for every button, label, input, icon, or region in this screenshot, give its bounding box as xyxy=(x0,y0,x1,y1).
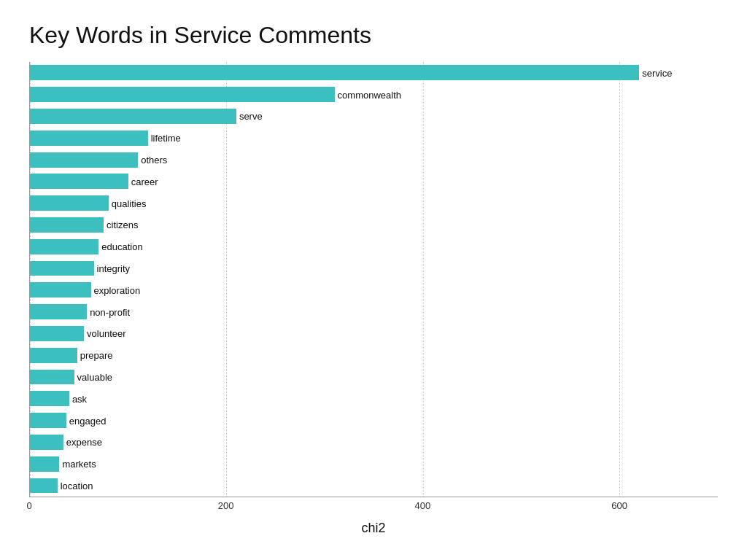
bar-label-career: career xyxy=(131,176,158,187)
bar-label-valuable: valuable xyxy=(77,372,112,383)
bar-label-engaged: engaged xyxy=(69,415,107,426)
x-axis-label: chi2 xyxy=(29,521,718,536)
bar-row: location xyxy=(30,475,718,497)
bar-row: citizens xyxy=(30,214,718,236)
bar-service: service xyxy=(30,65,639,80)
chart-container: servicecommonwealthservelifetimeothersca… xyxy=(29,62,718,536)
bar-label-expense: expense xyxy=(66,437,102,448)
bar-valuable: valuable xyxy=(30,370,74,385)
bar-row: engaged xyxy=(30,410,718,432)
bar-row: qualities xyxy=(30,192,718,214)
bar-lifetime: lifetime xyxy=(30,131,148,146)
bar-education: education xyxy=(30,239,98,254)
bar-label-prepare: prepare xyxy=(80,350,113,361)
x-tick-0: 0 xyxy=(26,500,31,511)
bar-row: education xyxy=(30,236,718,257)
bar-label-qualities: qualities xyxy=(112,198,147,209)
bar-label-citizens: citizens xyxy=(107,219,138,230)
bar-row: others xyxy=(30,149,718,171)
bar-markets: markets xyxy=(30,456,59,472)
bar-row: prepare xyxy=(30,344,718,366)
bar-row: non-profit xyxy=(30,301,718,323)
bar-label-exploration: exploration xyxy=(94,284,141,295)
bar-label-non-profit: non-profit xyxy=(90,306,130,317)
x-tick-400: 400 xyxy=(415,500,431,511)
bar-row: integrity xyxy=(30,257,718,279)
bar-row: serve xyxy=(30,106,718,128)
bar-row: volunteer xyxy=(30,323,718,345)
bar-prepare: prepare xyxy=(30,348,77,363)
bar-row: lifetime xyxy=(30,127,718,149)
bar-serve: serve xyxy=(30,109,236,124)
bar-label-service: service xyxy=(642,67,672,78)
bar-row: markets xyxy=(30,453,718,475)
bar-label-integrity: integrity xyxy=(97,263,131,274)
bar-row: career xyxy=(30,171,718,192)
bar-label-location: location xyxy=(61,481,93,491)
bar-exploration: exploration xyxy=(30,282,91,298)
bar-row: commonwealth xyxy=(30,84,718,106)
bar-row: valuable xyxy=(30,366,718,388)
plot-area: servicecommonwealthservelifetimeothersca… xyxy=(29,62,718,536)
bar-others: others xyxy=(30,152,138,168)
x-tick-200: 200 xyxy=(218,500,234,511)
bar-ask: ask xyxy=(30,391,69,406)
bar-row: expense xyxy=(30,432,718,454)
bar-label-markets: markets xyxy=(62,459,96,470)
bar-integrity: integrity xyxy=(30,261,94,276)
bars-and-grid: servicecommonwealthservelifetimeothersca… xyxy=(29,62,718,497)
bar-label-education: education xyxy=(101,241,142,252)
bar-expense: expense xyxy=(30,435,63,450)
chart-title: Key Words in Service Comments xyxy=(29,22,371,49)
bar-label-commonwealth: commonwealth xyxy=(338,89,401,100)
bar-career: career xyxy=(30,174,128,189)
x-tick-600: 600 xyxy=(611,500,627,511)
bar-location: location xyxy=(30,478,58,494)
bar-label-lifetime: lifetime xyxy=(151,133,181,144)
bar-row: service xyxy=(30,62,718,84)
bar-non-profit: non-profit xyxy=(30,304,87,319)
bar-engaged: engaged xyxy=(30,413,66,428)
bar-commonwealth: commonwealth xyxy=(30,87,335,102)
x-axis: 0200400600 xyxy=(29,497,718,515)
bar-label-others: others xyxy=(141,155,167,166)
bar-label-serve: serve xyxy=(239,111,263,122)
bar-citizens: citizens xyxy=(30,217,104,233)
bar-label-ask: ask xyxy=(72,393,87,404)
bar-row: ask xyxy=(30,388,718,410)
bar-label-volunteer: volunteer xyxy=(87,328,125,339)
bar-qualities: qualities xyxy=(30,195,109,211)
bar-volunteer: volunteer xyxy=(30,326,84,341)
bar-row: exploration xyxy=(30,279,718,301)
